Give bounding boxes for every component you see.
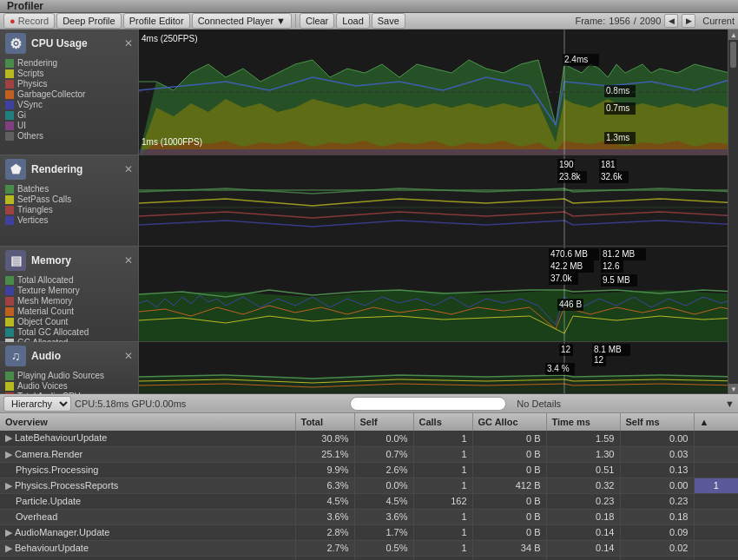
cpu-panel-close[interactable]: ✕ [124,37,133,49]
legend-material-count: Material Count [5,306,133,316]
svg-text:12: 12 [561,345,571,354]
cpu-panel-title: ⚙ CPU Usage [5,33,88,54]
row-selfMs: 0.13 [620,462,694,478]
memory-chart[interactable]: 470.6 MB 42.2 MB 37.0k 81.2 MB 12.6 9.5 … [139,247,728,342]
table-row[interactable]: Particle.Update4.5%4.5%1620 B0.230.23 [0,493,738,509]
scroll-thumb[interactable] [730,42,736,68]
profiler-scrollbar[interactable]: ▲ ▼ [728,30,738,394]
rendering-chart[interactable]: 190 23.8k 181 32.6k [139,155,728,247]
row-total: 3.6% [295,509,354,524]
frame-prev-button[interactable]: ◀ [664,14,678,28]
table-row[interactable]: ▶BehaviourUpdate2.7%0.5%134 B0.140.02 [0,540,738,556]
row-self: 4.5% [354,493,413,509]
header-sort[interactable]: ▲ [694,413,738,431]
legend-vertices-color [5,216,14,225]
table-row[interactable]: ▶AudioManager.Update2.8%1.7%10 B0.140.09 [0,524,738,540]
row-name: ▶Camera.Render [0,446,295,462]
profile-editor-button[interactable]: Profile Editor [123,13,190,29]
header-selfms[interactable]: Self ms [620,413,694,431]
svg-text:8.1 MB: 8.1 MB [594,345,622,354]
legend-batches: Batches [5,184,133,194]
legend-vertices: Vertices [5,215,133,225]
frame-next-button[interactable]: ▶ [682,14,695,28]
row-total: 25.1% [295,446,354,462]
legend-rendering: Rendering [5,58,133,68]
table-row[interactable]: ▶LateBehaviourUpdate30.8%0.0%10 B1.590.0… [0,431,738,446]
svg-text:470.6 MB: 470.6 MB [550,249,588,259]
row-gcAlloc: 412 B [472,478,546,493]
audio-icon: ♫ [5,346,26,366]
connected-player-button[interactable]: Connected Player ▼ [192,13,292,29]
row-selfMs: 0.09 [620,524,694,540]
row-name: ▶BehaviourUpdate [0,540,295,556]
header-overview[interactable]: Overview [0,413,295,431]
details-arrow[interactable]: ▼ [725,399,735,409]
row-self: 0.5% [354,540,413,556]
search-input[interactable] [350,397,506,411]
row-total: 30.8% [295,431,354,446]
row-selfMs: 0.02 [620,540,694,556]
row-name: ▶Physics.ProcessReports [0,478,295,493]
row-gcAlloc: 0 B [472,446,546,462]
row-indicator [694,431,738,446]
svg-text:4ms (250FPS): 4ms (250FPS) [142,34,197,43]
row-calls: 1 [413,540,472,556]
audio-chart-svg: 12 8.1 MB 3.4 % 12 [139,342,728,393]
legend-gc: GarbageCollector [5,89,133,99]
record-button[interactable]: ● Record [3,13,55,29]
legend-batches-color [5,185,14,194]
table-row[interactable]: ▶Physics.ProcessReports6.3%0.0%1412 B0.3… [0,478,738,493]
rendering-panel-close[interactable]: ✕ [124,163,133,175]
hierarchy-select[interactable]: Hierarchy [3,396,71,412]
table-body: ▶LateBehaviourUpdate30.8%0.0%10 B1.590.0… [0,431,738,560]
header-total[interactable]: Total [295,413,354,431]
row-name: Overhead [0,509,295,524]
load-button[interactable]: Load [336,13,369,29]
row-timeMs: 0.14 [546,524,620,540]
legend-physics-color [5,80,14,89]
row-indicator [694,540,738,556]
legend-texture-mem: Texture Memory [5,286,133,295]
svg-text:23.8k: 23.8k [559,172,581,181]
memory-panel-close[interactable]: ✕ [124,254,133,267]
table-row[interactable]: UpdateScreenManagerAndInput2.3%2.3%10 B0… [0,556,738,560]
legend-object-count: Object Count [5,317,133,326]
header-calls[interactable]: Calls [413,413,472,431]
row-gcAlloc: 0 B [472,556,546,560]
legend-rendering-color [5,59,14,68]
cpu-chart-svg: 4ms (250FPS) 1ms (1000FPS) 2.4ms 0.8ms 0… [139,30,728,155]
clear-button[interactable]: Clear [300,13,334,29]
header-self[interactable]: Self [354,413,413,431]
header-timems[interactable]: Time ms [546,413,620,431]
legend-ui-color [5,122,14,130]
scroll-down-button[interactable]: ▼ [728,384,738,394]
row-calls: 1 [413,509,472,524]
header-gcalloc[interactable]: GC Alloc [472,413,546,431]
row-gcAlloc: 0 B [472,462,546,478]
row-name: Particle.Update [0,493,295,509]
row-selfMs: 0.18 [620,509,694,524]
table-row[interactable]: ▶Camera.Render25.1%0.7%10 B1.300.03 [0,446,738,462]
table-row[interactable]: Overhead3.6%3.6%10 B0.180.18 [0,509,738,524]
row-indicator [694,493,738,509]
frame-info: Frame: 1956 / 2090 ◀ ▶ Current [575,14,735,28]
row-selfMs: 0.12 [620,556,694,560]
row-timeMs: 0.12 [546,556,620,560]
legend-gi-color [5,111,14,120]
row-indicator: 1 [694,478,738,493]
row-name: ▶LateBehaviourUpdate [0,431,295,446]
row-indicator [694,556,738,560]
row-indicator [694,509,738,524]
row-total: 2.3% [295,556,354,560]
scroll-up-button[interactable]: ▲ [728,30,738,40]
save-button[interactable]: Save [372,13,405,29]
table-row[interactable]: Physics.Processing9.9%2.6%10 B0.510.13 [0,462,738,478]
scroll-track[interactable] [728,40,738,384]
audio-panel-close[interactable]: ✕ [124,350,133,362]
row-self: 0.7% [354,446,413,462]
deep-profile-button[interactable]: Deep Profile [56,13,122,29]
table-header-row: Overview Total Self Calls GC Alloc Time … [0,413,738,431]
audio-chart[interactable]: 12 8.1 MB 3.4 % 12 [139,342,728,394]
legend-ui: UI [5,121,133,130]
cpu-chart[interactable]: 4ms (250FPS) 1ms (1000FPS) 2.4ms 0.8ms 0… [139,30,728,155]
